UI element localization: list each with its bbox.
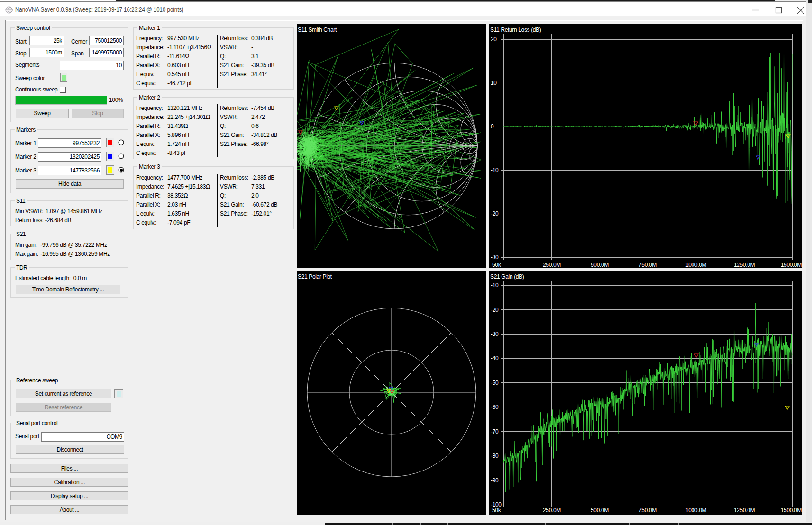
svg-text:-90: -90 — [491, 477, 499, 484]
svg-text:-20: -20 — [491, 307, 499, 313]
svg-text:50k: 50k — [492, 262, 502, 268]
svg-text:S11 Return Loss (dB): S11 Return Loss (dB) — [490, 27, 541, 33]
svg-text:-60: -60 — [491, 404, 499, 410]
svg-text:-50: -50 — [491, 380, 499, 386]
svg-text:-20: -20 — [491, 210, 499, 217]
svg-text:1250.0M: 1250.0M — [734, 507, 755, 514]
svg-text:S11 Smith Chart: S11 Smith Chart — [298, 27, 337, 33]
svg-text:S21 Polar Plot: S21 Polar Plot — [298, 273, 332, 280]
svg-text:-30: -30 — [491, 254, 499, 261]
svg-text:1500.0M: 1500.0M — [781, 262, 802, 268]
svg-text:250.0M: 250.0M — [543, 262, 561, 268]
svg-text:20: 20 — [491, 36, 497, 43]
svg-text:10: 10 — [491, 80, 497, 86]
svg-text:1250.0M: 1250.0M — [734, 262, 755, 268]
svg-text:500.0M: 500.0M — [591, 262, 609, 268]
svg-text:50k: 50k — [492, 507, 502, 514]
svg-text:S21 Gain (dB): S21 Gain (dB) — [490, 273, 524, 280]
svg-text:750.0M: 750.0M — [639, 507, 657, 514]
svg-text:1000.0M: 1000.0M — [685, 507, 707, 514]
svg-text:500.0M: 500.0M — [591, 507, 609, 514]
svg-text:250.0M: 250.0M — [543, 507, 561, 514]
svg-text:1000.0M: 1000.0M — [685, 262, 707, 268]
svg-text:750.0M: 750.0M — [639, 262, 657, 268]
svg-text:-30: -30 — [491, 331, 499, 337]
svg-text:-10: -10 — [491, 167, 499, 173]
svg-text:-80: -80 — [491, 453, 499, 459]
svg-text:-10: -10 — [491, 282, 499, 289]
svg-text:1500.0M: 1500.0M — [781, 507, 802, 514]
svg-text:-40: -40 — [491, 355, 499, 362]
svg-text:-70: -70 — [491, 428, 499, 435]
svg-text:0: 0 — [491, 123, 494, 130]
